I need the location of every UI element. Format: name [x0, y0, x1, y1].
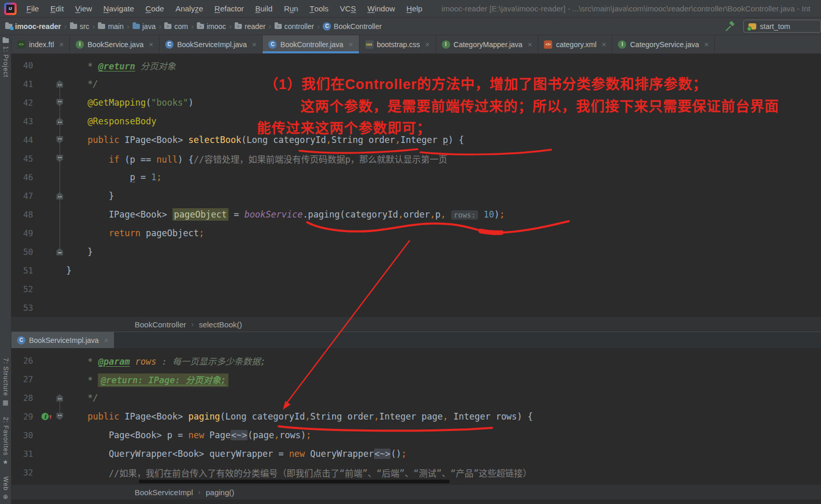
code-line[interactable]: 47 } [11, 186, 821, 205]
line-number[interactable]: 43 [11, 117, 41, 126]
line-number[interactable]: 41 [11, 79, 41, 89]
code-line[interactable]: 51} [11, 261, 821, 280]
tab-bookserviceimpl-java[interactable]: CBookServiceImpl.java× [160, 35, 263, 53]
menu-item-analyze[interactable]: Analyze [170, 0, 209, 18]
nav-breadcrumb-src[interactable]: src [70, 22, 90, 31]
nav-breadcrumb-controller[interactable]: controller [275, 22, 314, 31]
code-line[interactable]: 31 QueryWrapper<Book> queryWrapper = new… [11, 444, 821, 463]
line-number[interactable]: 48 [11, 210, 41, 220]
menu-item-refactor[interactable]: Refactor [209, 0, 250, 18]
code-line[interactable]: 30 Page<Book> p = new Page<~>(page,rows)… [11, 426, 821, 444]
code-line[interactable]: 48 IPage<Book> pageObject = bookService.… [11, 205, 821, 224]
nav-breadcrumb-imooc-reader[interactable]: imooc-reader [5, 22, 61, 31]
line-number[interactable]: 30 [11, 430, 41, 440]
tab-category-xml[interactable]: </>category.xml× [538, 35, 612, 53]
line-number[interactable]: 44 [11, 135, 41, 145]
breadcrumb-class[interactable]: BookServiceImpl [135, 488, 193, 497]
nav-breadcrumb-reader[interactable]: reader [235, 22, 265, 31]
tab-close-icon[interactable]: × [602, 40, 607, 49]
menu-item-file[interactable]: File [21, 0, 45, 18]
line-number[interactable]: 31 [11, 449, 41, 459]
tool-window-button-2-favorites[interactable]: 2: Favorites★ [2, 417, 9, 465]
menu-item-vcs[interactable]: VCS [334, 0, 362, 18]
menu-item-help[interactable]: Help [401, 0, 428, 18]
line-number[interactable]: 40 [11, 61, 41, 70]
code-line[interactable]: 50 } [11, 242, 821, 261]
tab-bookcontroller-java[interactable]: CBookController.java× [263, 35, 359, 53]
tab-bookservice-java[interactable]: IBookService.java× [70, 35, 160, 53]
menu-item-edit[interactable]: Edit [45, 0, 69, 18]
breadcrumb-method[interactable]: selectBook() [199, 320, 242, 329]
line-number[interactable]: 29 [11, 412, 41, 422]
nav-breadcrumb-com[interactable]: com [164, 22, 188, 31]
code-line[interactable]: 27 * @return: IPage: 分页对象; [11, 370, 821, 388]
code-line[interactable]: 45 if (p == null) {//容错处理，如果前端没有传页码数据p，那… [11, 149, 821, 168]
code-line[interactable]: 52 [11, 280, 821, 298]
tab-bootstrap-css[interactable]: cssbootstrap.css× [359, 35, 436, 53]
line-number[interactable]: 27 [11, 375, 41, 384]
tool-window-button-1-project[interactable]: 1: Project [2, 38, 9, 78]
code-token: 10 [483, 209, 494, 220]
menu-item-code[interactable]: Code [140, 0, 170, 18]
tab-close-icon[interactable]: × [425, 40, 430, 49]
tool-window-button-web[interactable]: Web⊕ [2, 477, 9, 500]
code-line[interactable]: 26 * @param rows : 每一页显示多少条数据; [11, 351, 821, 370]
menu-item-window[interactable]: Window [362, 0, 400, 18]
tab-close-icon[interactable]: × [528, 40, 532, 49]
menu-item-run[interactable]: Run [278, 0, 304, 18]
horizontal-scrollbar[interactable] [139, 480, 450, 483]
line-number[interactable]: 28 [11, 393, 41, 403]
breadcrumb-method[interactable]: paging() [206, 488, 234, 497]
nav-breadcrumb-imooc[interactable]: imooc [197, 22, 226, 31]
tab-close-icon[interactable]: × [704, 40, 709, 49]
code-token: Integer rows) { [448, 411, 533, 422]
tab-categoryservice-java[interactable]: ICategoryService.java× [612, 35, 715, 53]
line-number[interactable]: 49 [11, 228, 41, 238]
tab-close-icon[interactable]: × [149, 40, 153, 49]
code-token: rows: [451, 210, 478, 220]
line-number[interactable]: 26 [11, 356, 41, 366]
editor-book-service-impl[interactable]: 26 * @param rows : 每一页显示多少条数据;27 * @retu… [11, 348, 821, 485]
code-token: "books" [151, 97, 189, 108]
code-line[interactable]: 32 //如果，我们在前台传入了有效的分类编号（即我们点击了“前端”、“后端”、… [11, 463, 821, 482]
menu-item-view[interactable]: View [69, 0, 98, 18]
line-number[interactable]: 46 [11, 172, 41, 182]
up-arrow-gutter-icon[interactable]: ↑ [48, 413, 52, 420]
line-number[interactable]: 42 [11, 98, 41, 108]
build-hammer-icon[interactable] [725, 21, 736, 32]
menu-item-build[interactable]: Build [250, 0, 278, 18]
run-configuration-select[interactable]: start_tom [743, 20, 821, 33]
tab-categorymapper-java[interactable]: ICategoryMapper.java× [436, 35, 539, 53]
tab-bookserviceimpl-java[interactable]: CBookServiceImpl.java× [11, 332, 114, 348]
line-number[interactable]: 53 [11, 303, 41, 313]
line-number[interactable]: 47 [11, 191, 41, 201]
tab-close-icon[interactable]: × [104, 336, 109, 344]
code-token: public [88, 135, 119, 145]
code-line[interactable]: 28 */ [11, 388, 821, 407]
code-line[interactable]: 40 * @return 分页对象 [11, 56, 821, 75]
menu-item-tools[interactable]: Tools [304, 0, 335, 18]
line-number[interactable]: 45 [11, 154, 41, 164]
tab-close-icon[interactable]: × [59, 40, 64, 49]
code-line[interactable]: 49 return pageObject; [11, 224, 821, 242]
nav-breadcrumb-main[interactable]: main [98, 22, 123, 31]
breadcrumb-class[interactable]: BookController [135, 320, 186, 329]
tab-index-ftl[interactable]: <>index.ftl× [11, 35, 70, 53]
line-number[interactable]: 52 [11, 284, 41, 294]
code-line[interactable]: 29I↑ public IPage<Book> paging(Long cate… [11, 407, 821, 426]
code-line[interactable]: 46 p = 1; [11, 168, 821, 186]
line-number[interactable]: 51 [11, 266, 41, 276]
code-token [66, 154, 109, 165]
code-line[interactable]: 53 [11, 298, 821, 317]
implement-method-gutter-icon[interactable]: I [41, 413, 49, 420]
line-number[interactable]: 50 [11, 247, 41, 257]
editor-book-controller[interactable]: 40 * @return 分页对象41 */42 @GetMapping("bo… [11, 54, 821, 317]
line-number[interactable]: 32 [11, 468, 41, 478]
nav-breadcrumb-bookcontroller[interactable]: CBookController [323, 22, 382, 31]
nav-breadcrumb-java[interactable]: java [133, 22, 156, 31]
menu-item-navigate[interactable]: Navigate [98, 0, 140, 18]
tab-close-icon[interactable]: × [252, 40, 257, 49]
tool-window-button-7-structure[interactable]: 7: Structure▦ [2, 358, 9, 406]
code-token [66, 228, 109, 238]
tab-close-icon[interactable]: × [349, 40, 353, 49]
